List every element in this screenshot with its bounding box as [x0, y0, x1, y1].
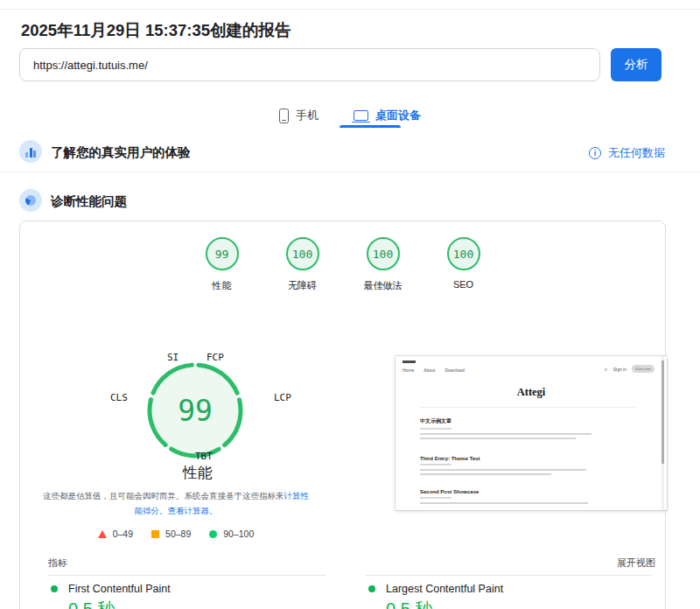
thumb-subscribe-button: Subscribe	[632, 365, 654, 373]
thumb-post-text	[420, 469, 586, 471]
thumb-post-title: Second Post Showcase	[420, 489, 621, 494]
score-legend: 0–49 50–89 90–100	[42, 528, 310, 539]
legend-average: 50–89	[151, 528, 191, 539]
performance-gauge: 99 SI FCP CLS LCP TBT 性能	[93, 349, 303, 489]
legend-range: 90–100	[223, 528, 254, 539]
field-data-section-header: 了解您的真实用户的体验 i 无任何数据	[0, 140, 700, 170]
score-performance[interactable]: 99 性能	[194, 237, 249, 292]
metric-lcp-label: LCP	[274, 392, 291, 403]
score-label: SEO	[453, 279, 473, 290]
page-screenshot-thumbnail[interactable]: Home About Download ⌕ Sign in Subscribe …	[396, 356, 667, 510]
score-circle: 100	[367, 237, 400, 270]
metric-fcp-label: FCP	[206, 352, 224, 363]
score-seo[interactable]: 100 SEO	[436, 237, 491, 292]
diagnostics-section-header: 诊断性能问题	[0, 189, 700, 219]
thumb-post-text	[420, 502, 588, 504]
expand-view-link[interactable]: 展开视图	[617, 556, 655, 570]
thumb-post-text	[420, 433, 592, 435]
info-icon: i	[589, 147, 601, 159]
thumb-nav: Home About Download	[402, 368, 465, 373]
page-title: 2025年11月29日 15:37:35创建的报告	[21, 19, 290, 41]
metric-cls-label: CLS	[110, 392, 128, 403]
score-label: 最佳做法	[364, 279, 402, 292]
metric-si-label: SI	[167, 352, 178, 363]
thumb-divider	[420, 407, 637, 408]
real-user-experience-icon	[19, 140, 42, 163]
tab-mobile-label: 手机	[296, 108, 318, 123]
metric-value: 0.5 秒	[68, 598, 115, 609]
score-best-practices[interactable]: 100 最佳做法	[355, 237, 410, 292]
pass-dot-icon	[368, 585, 375, 592]
no-data-link[interactable]: i 无任何数据	[589, 145, 665, 161]
top-divider	[0, 9, 700, 10]
gauge-category-label: 性能	[93, 463, 303, 483]
thumb-scrollbar[interactable]	[662, 356, 664, 510]
thumb-post-date	[420, 464, 452, 466]
disclaimer-text: 这些都是估算值，且可能会因时而异。系统会直接基于这些指标来	[43, 491, 284, 500]
score-circle: 100	[447, 237, 480, 270]
thumb-nav-download: Download	[444, 368, 464, 373]
phone-icon	[279, 108, 289, 123]
score-circle: 99	[206, 237, 239, 270]
thumb-site-title: Attegi	[396, 386, 667, 399]
thumb-nav-about: About	[424, 368, 435, 373]
score-label: 性能	[213, 279, 232, 292]
url-input[interactable]	[19, 48, 600, 81]
thumb-nav-home: Home	[402, 368, 414, 373]
metric-divider	[366, 575, 652, 576]
field-data-title: 了解您的真实用户的体验	[51, 144, 191, 161]
score-circle: 100	[286, 237, 319, 270]
no-data-label: 无任何数据	[608, 145, 665, 161]
legend-range: 0–49	[113, 528, 133, 539]
thumb-post-date	[420, 497, 452, 499]
laptop-icon	[354, 110, 368, 121]
tab-desktop-label: 桌面设备	[375, 108, 421, 123]
legend-fail: 0–49	[98, 528, 133, 539]
estimate-disclaimer: 这些都是估算值，且可能会因时而异。系统会直接基于这些指标来计算性能得分。查看计算…	[42, 488, 310, 518]
analyze-button[interactable]: 分析	[611, 48, 662, 81]
metric-value: 0.5 秒	[386, 598, 432, 609]
legend-pass: 90–100	[209, 528, 254, 539]
category-scores: 99 性能 100 无障碍 100 最佳做法 100 SEO	[20, 237, 665, 292]
thumb-nav-right: ⌕ Sign in Subscribe	[605, 365, 654, 373]
thumb-signin: Sign in	[613, 367, 626, 372]
thumb-post-text	[420, 473, 551, 475]
green-circle-icon	[209, 530, 217, 538]
thumb-post-title: 中文示例文章	[420, 417, 621, 425]
diagnose-performance-icon	[19, 189, 42, 212]
pass-dot-icon	[51, 585, 58, 592]
bar-chart-glyph	[25, 148, 36, 158]
legend-range: 50–89	[165, 528, 191, 539]
orange-square-icon	[151, 530, 159, 538]
active-tab-indicator	[340, 125, 401, 128]
metric-divider	[48, 575, 326, 576]
gauge-score: 99	[144, 359, 247, 462]
calculator-link[interactable]: 查看计算器。	[168, 506, 218, 515]
thumb-post-date	[420, 428, 452, 430]
thumb-logo-bar	[402, 360, 416, 363]
metrics-header: 指标	[48, 556, 67, 570]
thumb-post-1: 中文示例文章	[420, 417, 621, 441]
diagnostics-title: 诊断性能问题	[51, 193, 127, 210]
metric-fcp: First Contentful Paint 0.5 秒	[51, 583, 326, 609]
section-divider	[0, 172, 700, 172]
thumb-post-title: Third Entry: Theme Test	[420, 456, 621, 461]
metric-name: First Contentful Paint	[68, 583, 171, 595]
thumb-post-text	[420, 438, 576, 439]
score-accessibility[interactable]: 100 无障碍	[275, 237, 330, 292]
metric-tbt-label: TBT	[195, 451, 213, 462]
metric-lcp: Largest Contentful Paint 0.5 秒	[368, 583, 652, 609]
search-icon: ⌕	[605, 366, 608, 373]
red-triangle-icon	[98, 530, 107, 538]
tab-mobile[interactable]: 手机	[274, 101, 324, 130]
metric-name: Largest Contentful Paint	[386, 583, 503, 595]
score-label: 无障碍	[288, 279, 317, 292]
thumb-post-3: Second Post Showcase	[420, 489, 621, 507]
thumb-post-2: Third Entry: Theme Test	[420, 456, 621, 477]
speedometer-glyph	[25, 195, 36, 206]
